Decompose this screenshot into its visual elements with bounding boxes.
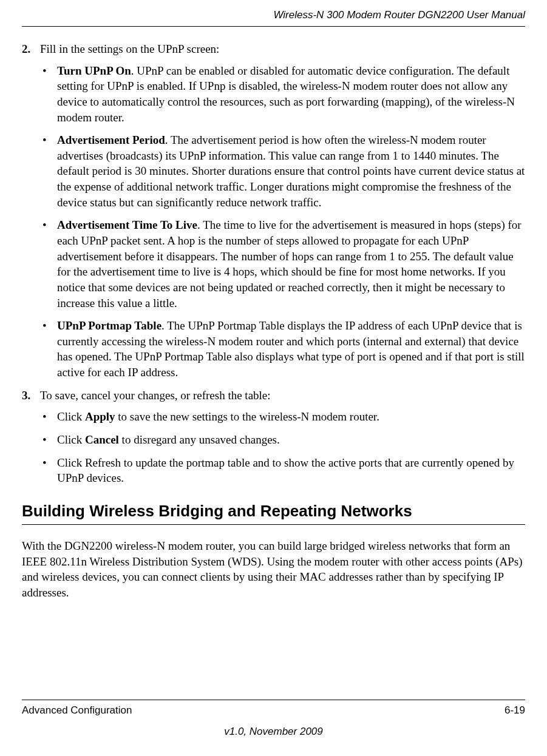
bullet-bold: Apply [85, 410, 115, 423]
bullet-item: • Turn UPnP On. UPnP can be enabled or d… [40, 63, 525, 126]
bullet-bold: UPnP Portmap Table [57, 319, 161, 332]
bullet-marker: • [40, 63, 57, 126]
footer-line: Advanced Configuration 6-19 [22, 700, 525, 718]
page-header: Wireless-N 300 Modem Router DGN2200 User… [22, 0, 525, 27]
bullet-bold: Advertisement Time To Live [57, 218, 197, 231]
bullet-marker: • [40, 132, 57, 210]
bullet-marker: • [40, 318, 57, 380]
footer-left: Advanced Configuration [22, 704, 132, 718]
bullet-marker: • [40, 432, 57, 448]
section-heading: Building Wireless Bridging and Repeating… [22, 501, 525, 525]
bullet-rest: to save the new settings to the wireless… [115, 410, 379, 423]
step-2-bullets: • Turn UPnP On. UPnP can be enabled or d… [40, 63, 525, 380]
bullet-content: Click Refresh to update the portmap tabl… [57, 455, 525, 486]
bullet-content: Turn UPnP On. UPnP can be enabled or dis… [57, 63, 525, 126]
page-footer: Advanced Configuration 6-19 v1.0, Novemb… [22, 700, 525, 739]
bullet-item: • Advertisement Period. The advertisemen… [40, 132, 525, 210]
bullet-content: Click Cancel to disregard any unsaved ch… [57, 432, 525, 448]
bullet-pre: Click [57, 410, 85, 423]
step-text: Fill in the settings on the UPnP screen: [40, 41, 525, 57]
bullet-item: • Click Cancel to disregard any unsaved … [40, 432, 525, 448]
bullet-content: Advertisement Period. The advertisement … [57, 132, 525, 210]
section-paragraph: With the DGN2200 wireless-N modem router… [22, 538, 525, 601]
footer-right: 6-19 [505, 704, 525, 718]
bullet-marker: • [40, 217, 57, 311]
bullet-marker: • [40, 455, 57, 486]
step-2: 2. Fill in the settings on the UPnP scre… [22, 41, 525, 57]
step-3: 3. To save, cancel your changes, or refr… [22, 388, 525, 403]
bullet-rest: . The time to live for the advertisement… [57, 218, 522, 309]
bullet-item: • UPnP Portmap Table. The UPnP Portmap T… [40, 318, 525, 380]
bullet-item: • Click Apply to save the new settings t… [40, 409, 525, 425]
step-text: To save, cancel your changes, or refresh… [40, 388, 525, 403]
bullet-content: UPnP Portmap Table. The UPnP Portmap Tab… [57, 318, 525, 380]
step-3-bullets: • Click Apply to save the new settings t… [40, 409, 525, 486]
step-number: 3. [22, 388, 40, 403]
footer-version: v1.0, November 2009 [22, 725, 525, 739]
bullet-item: • Advertisement Time To Live. The time t… [40, 217, 525, 311]
bullet-content: Click Apply to save the new settings to … [57, 409, 525, 425]
bullet-bold: Advertisement Period [57, 133, 165, 146]
bullet-rest: Click Refresh to update the portmap tabl… [57, 456, 514, 485]
bullet-content: Advertisement Time To Live. The time to … [57, 217, 525, 311]
bullet-marker: • [40, 409, 57, 425]
bullet-rest: to disregard any unsaved changes. [119, 433, 280, 446]
bullet-pre: Click [57, 433, 85, 446]
bullet-bold: Turn UPnP On [57, 64, 131, 77]
bullet-bold: Cancel [85, 433, 119, 446]
step-number: 2. [22, 41, 40, 57]
bullet-item: • Click Refresh to update the portmap ta… [40, 455, 525, 486]
